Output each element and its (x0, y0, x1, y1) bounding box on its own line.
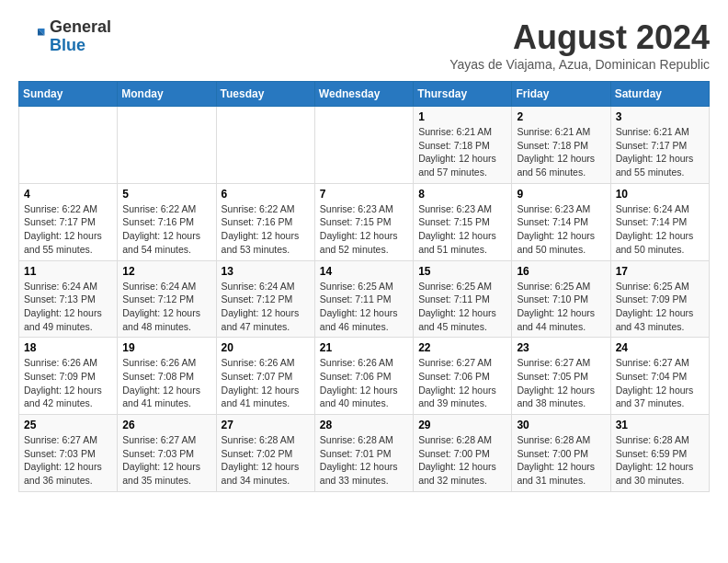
calendar-day-cell: 15Sunrise: 6:25 AM Sunset: 7:11 PM Dayli… (414, 260, 512, 338)
day-info: Sunrise: 6:27 AM Sunset: 7:03 PM Dayligh… (122, 433, 210, 488)
calendar-day-cell (314, 107, 413, 184)
calendar-day-cell: 4Sunrise: 6:22 AM Sunset: 7:17 PM Daylig… (19, 183, 118, 260)
day-info: Sunrise: 6:21 AM Sunset: 7:17 PM Dayligh… (616, 125, 704, 179)
day-info: Sunrise: 6:23 AM Sunset: 7:15 PM Dayligh… (418, 202, 506, 257)
day-number: 1 (418, 110, 506, 123)
day-info: Sunrise: 6:24 AM Sunset: 7:12 PM Dayligh… (122, 280, 210, 334)
calendar-day-cell: 21Sunrise: 6:26 AM Sunset: 7:06 PM Dayli… (314, 338, 413, 415)
day-info: Sunrise: 6:28 AM Sunset: 7:01 PM Dayligh… (320, 433, 408, 488)
calendar-day-cell: 14Sunrise: 6:25 AM Sunset: 7:11 PM Dayli… (314, 260, 413, 338)
day-number: 31 (616, 419, 704, 431)
day-info: Sunrise: 6:24 AM Sunset: 7:14 PM Dayligh… (616, 202, 704, 257)
day-info: Sunrise: 6:27 AM Sunset: 7:04 PM Dayligh… (616, 356, 704, 410)
calendar-week-row: 25Sunrise: 6:27 AM Sunset: 7:03 PM Dayli… (19, 415, 710, 492)
day-of-week-header: Saturday (610, 82, 709, 107)
day-number: 5 (122, 188, 210, 201)
day-info: Sunrise: 6:28 AM Sunset: 7:00 PM Dayligh… (418, 433, 506, 488)
day-info: Sunrise: 6:28 AM Sunset: 7:00 PM Dayligh… (517, 433, 605, 488)
day-info: Sunrise: 6:27 AM Sunset: 7:06 PM Dayligh… (418, 356, 506, 410)
day-info: Sunrise: 6:28 AM Sunset: 7:02 PM Dayligh… (222, 433, 310, 488)
calendar-day-cell: 23Sunrise: 6:27 AM Sunset: 7:05 PM Dayli… (512, 338, 610, 415)
day-number: 27 (222, 419, 310, 431)
logo-text: General Blue (50, 18, 111, 55)
calendar-week-row: 4Sunrise: 6:22 AM Sunset: 7:17 PM Daylig… (19, 183, 710, 260)
logo: General Blue (18, 18, 111, 55)
day-number: 7 (320, 188, 408, 201)
day-info: Sunrise: 6:24 AM Sunset: 7:12 PM Dayligh… (222, 280, 310, 334)
day-number: 4 (24, 188, 112, 201)
day-number: 10 (616, 188, 704, 201)
calendar-day-cell (19, 107, 118, 184)
day-of-week-header: Friday (512, 82, 610, 107)
day-number: 26 (122, 419, 210, 431)
calendar-day-cell: 1Sunrise: 6:21 AM Sunset: 7:18 PM Daylig… (414, 107, 512, 184)
day-number: 16 (517, 265, 605, 278)
calendar-day-cell: 2Sunrise: 6:21 AM Sunset: 7:18 PM Daylig… (512, 107, 610, 184)
calendar-day-cell (216, 107, 314, 184)
day-info: Sunrise: 6:25 AM Sunset: 7:11 PM Dayligh… (418, 280, 506, 334)
day-info: Sunrise: 6:21 AM Sunset: 7:18 PM Dayligh… (517, 125, 605, 179)
calendar-day-cell: 3Sunrise: 6:21 AM Sunset: 7:17 PM Daylig… (610, 107, 709, 184)
day-info: Sunrise: 6:21 AM Sunset: 7:18 PM Dayligh… (418, 125, 506, 179)
calendar-day-cell: 8Sunrise: 6:23 AM Sunset: 7:15 PM Daylig… (414, 183, 512, 260)
day-number: 25 (24, 419, 112, 431)
calendar-header: SundayMondayTuesdayWednesdayThursdayFrid… (19, 82, 710, 107)
day-number: 29 (418, 419, 506, 431)
day-number: 17 (616, 265, 704, 278)
day-number: 3 (616, 110, 704, 123)
calendar-body: 1Sunrise: 6:21 AM Sunset: 7:18 PM Daylig… (19, 107, 710, 492)
calendar-day-cell: 18Sunrise: 6:26 AM Sunset: 7:09 PM Dayli… (19, 338, 118, 415)
calendar-day-cell: 10Sunrise: 6:24 AM Sunset: 7:14 PM Dayli… (610, 183, 709, 260)
day-info: Sunrise: 6:27 AM Sunset: 7:03 PM Dayligh… (24, 433, 112, 488)
header: General Blue August 2024 Yayas de Viajam… (18, 18, 710, 72)
day-number: 8 (418, 188, 506, 201)
calendar-day-cell: 26Sunrise: 6:27 AM Sunset: 7:03 PM Dayli… (118, 415, 216, 492)
day-number: 2 (517, 110, 605, 123)
day-info: Sunrise: 6:24 AM Sunset: 7:13 PM Dayligh… (24, 280, 112, 334)
day-number: 21 (320, 341, 408, 354)
day-number: 20 (222, 341, 310, 354)
day-info: Sunrise: 6:22 AM Sunset: 7:16 PM Dayligh… (122, 202, 210, 257)
day-number: 22 (418, 341, 506, 354)
location-subtitle: Yayas de Viajama, Azua, Dominican Republ… (449, 57, 710, 72)
calendar-day-cell: 12Sunrise: 6:24 AM Sunset: 7:12 PM Dayli… (118, 260, 216, 338)
calendar-day-cell: 25Sunrise: 6:27 AM Sunset: 7:03 PM Dayli… (19, 415, 118, 492)
calendar-day-cell: 9Sunrise: 6:23 AM Sunset: 7:14 PM Daylig… (512, 183, 610, 260)
day-number: 14 (320, 265, 408, 278)
calendar-day-cell: 22Sunrise: 6:27 AM Sunset: 7:06 PM Dayli… (414, 338, 512, 415)
month-year-title: August 2024 (449, 18, 710, 57)
calendar-day-cell: 5Sunrise: 6:22 AM Sunset: 7:16 PM Daylig… (118, 183, 216, 260)
day-info: Sunrise: 6:22 AM Sunset: 7:17 PM Dayligh… (24, 202, 112, 257)
day-of-week-header: Sunday (19, 82, 118, 107)
day-number: 12 (122, 265, 210, 278)
day-number: 9 (517, 188, 605, 201)
day-of-week-header: Thursday (414, 82, 512, 107)
day-of-week-header: Monday (118, 82, 216, 107)
calendar-table: SundayMondayTuesdayWednesdayThursdayFrid… (18, 81, 710, 492)
day-number: 23 (517, 341, 605, 354)
calendar-day-cell: 28Sunrise: 6:28 AM Sunset: 7:01 PM Dayli… (314, 415, 413, 492)
day-info: Sunrise: 6:25 AM Sunset: 7:09 PM Dayligh… (616, 280, 704, 334)
calendar-day-cell: 6Sunrise: 6:22 AM Sunset: 7:16 PM Daylig… (216, 183, 314, 260)
calendar-day-cell: 17Sunrise: 6:25 AM Sunset: 7:09 PM Dayli… (610, 260, 709, 338)
calendar-day-cell: 30Sunrise: 6:28 AM Sunset: 7:00 PM Dayli… (512, 415, 610, 492)
calendar-day-cell: 29Sunrise: 6:28 AM Sunset: 7:00 PM Dayli… (414, 415, 512, 492)
day-of-week-header: Wednesday (314, 82, 413, 107)
day-info: Sunrise: 6:23 AM Sunset: 7:15 PM Dayligh… (320, 202, 408, 257)
day-number: 19 (122, 341, 210, 354)
calendar-day-cell: 20Sunrise: 6:26 AM Sunset: 7:07 PM Dayli… (216, 338, 314, 415)
day-number: 11 (24, 265, 112, 278)
day-number: 15 (418, 265, 506, 278)
day-number: 30 (517, 419, 605, 431)
calendar-week-row: 18Sunrise: 6:26 AM Sunset: 7:09 PM Dayli… (19, 338, 710, 415)
calendar-day-cell: 16Sunrise: 6:25 AM Sunset: 7:10 PM Dayli… (512, 260, 610, 338)
calendar-day-cell: 7Sunrise: 6:23 AM Sunset: 7:15 PM Daylig… (314, 183, 413, 260)
day-info: Sunrise: 6:26 AM Sunset: 7:07 PM Dayligh… (222, 356, 310, 410)
day-info: Sunrise: 6:22 AM Sunset: 7:16 PM Dayligh… (222, 202, 310, 257)
title-section: August 2024 Yayas de Viajama, Azua, Domi… (449, 18, 710, 72)
day-info: Sunrise: 6:28 AM Sunset: 6:59 PM Dayligh… (616, 433, 704, 488)
day-info: Sunrise: 6:27 AM Sunset: 7:05 PM Dayligh… (517, 356, 605, 410)
day-info: Sunrise: 6:25 AM Sunset: 7:11 PM Dayligh… (320, 280, 408, 334)
calendar-week-row: 11Sunrise: 6:24 AM Sunset: 7:13 PM Dayli… (19, 260, 710, 338)
day-info: Sunrise: 6:26 AM Sunset: 7:06 PM Dayligh… (320, 356, 408, 410)
